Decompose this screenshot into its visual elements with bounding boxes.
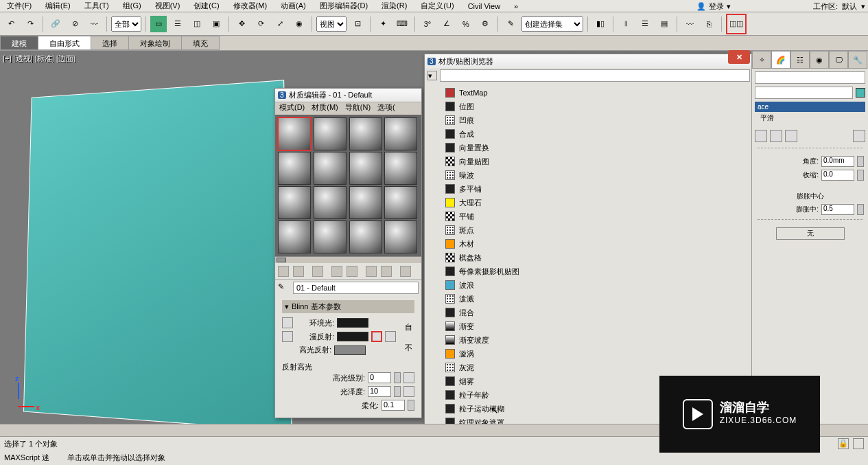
browser-item[interactable]: 灰泥 (443, 361, 750, 374)
diffuse-map-button[interactable] (371, 331, 382, 342)
menu-more-arrow[interactable]: » (507, 2, 525, 10)
scale-button[interactable]: ⤢ (272, 16, 288, 32)
spinner-arrows-icon[interactable] (857, 156, 864, 167)
redo-button[interactable]: ↷ (22, 16, 38, 32)
toggle-ribbon-button[interactable]: ▤ (656, 16, 672, 32)
tab-fill[interactable]: 填充 (181, 36, 220, 50)
rollup-blinn[interactable]: ▾ Blinn 基本参数 (282, 300, 414, 313)
angle-snap-button[interactable]: ∠ (438, 16, 455, 32)
tab-hierarchy-icon[interactable]: ☷ (790, 51, 810, 69)
ambient-swatch[interactable] (337, 318, 368, 328)
me-showend-button[interactable] (381, 266, 392, 277)
placement-button[interactable]: ◉ (291, 16, 307, 32)
material-slot-5[interactable] (278, 152, 311, 185)
material-slot-11[interactable] (349, 186, 382, 219)
rotate-button[interactable]: ⟳ (253, 16, 269, 32)
browser-item[interactable]: 混合 (443, 306, 750, 319)
viewport-plane-object[interactable] (23, 80, 292, 431)
selection-filter[interactable]: 全部 (111, 16, 141, 32)
tab-select[interactable]: 选择 (91, 36, 129, 50)
material-slot-9[interactable] (278, 186, 311, 219)
browser-item[interactable]: 凹痕 (443, 113, 750, 127)
named-selset-edit-button[interactable]: ✎ (502, 16, 519, 32)
me-menu-material[interactable]: 材质(M) (309, 102, 341, 115)
viewport-label[interactable]: [+] [透视] [标准] [边面] (3, 54, 75, 64)
material-slot-2[interactable] (314, 117, 347, 150)
align-button[interactable]: ⫴ (618, 16, 634, 32)
browser-item[interactable]: 泼溅 (443, 292, 750, 306)
menu-custom[interactable]: 自定义(U) (414, 1, 460, 11)
window-crossing-button[interactable]: ▣ (208, 16, 224, 32)
snap-toggle-button[interactable]: 3° (419, 16, 436, 32)
material-slot-13[interactable] (278, 220, 311, 253)
tab-utilities-icon[interactable]: 🔧 (848, 51, 867, 69)
gloss-map-button[interactable] (403, 386, 414, 397)
login-area[interactable]: 👤 登录 ▾ (696, 0, 731, 12)
material-name-field[interactable] (293, 282, 419, 294)
browser-item[interactable]: 位图 (443, 100, 750, 113)
material-slot-6[interactable] (314, 152, 347, 185)
diffuse-map-lock[interactable] (385, 331, 396, 342)
menu-civil[interactable]: Civil View (461, 2, 507, 10)
percent-snap-button[interactable]: % (458, 16, 474, 32)
browser-item[interactable]: 大理石 (443, 196, 750, 209)
workspace-selector[interactable]: 工作区: 默认 ▾ (813, 0, 865, 12)
modifier-stack-item[interactable]: ace (755, 102, 865, 112)
browser-item[interactable]: 噪波 (443, 168, 750, 182)
menu-group[interactable]: 组(G) (116, 1, 148, 11)
me-menu-options[interactable]: 选项( (375, 102, 398, 115)
keyboard-shortcut-button[interactable]: ⌨ (394, 16, 410, 32)
spinner-arrows-icon[interactable] (394, 386, 401, 397)
move-button[interactable]: ✥ (233, 16, 250, 32)
material-slot-8[interactable] (384, 152, 417, 185)
select-region-button[interactable]: ◫ (189, 16, 205, 32)
menu-modifier[interactable]: 修改器(M) (226, 1, 274, 11)
browser-item[interactable]: 每像素摄影机贴图 (443, 264, 750, 278)
me-reset-button[interactable] (331, 266, 342, 277)
speclevel-spinner[interactable]: 0 (368, 372, 391, 383)
browser-item[interactable]: 向量贴图 (443, 155, 750, 168)
browser-item[interactable]: 渐变 (443, 319, 750, 333)
param-shrink-value[interactable]: 0.0 (821, 170, 854, 181)
link-button[interactable]: 🔗 (47, 16, 64, 32)
browser-item[interactable]: 合成 (443, 127, 750, 141)
me-get-material-button[interactable] (278, 266, 289, 277)
menu-anim[interactable]: 动画(A) (274, 1, 313, 11)
layer-button[interactable]: ☰ (637, 16, 653, 32)
configure-button[interactable] (853, 130, 865, 142)
me-put-to-scene-button[interactable] (293, 266, 304, 277)
select-object-button[interactable]: ▭ (150, 16, 167, 32)
show-end-button[interactable] (770, 130, 782, 142)
object-color-swatch[interactable] (856, 88, 865, 98)
ambient-lock-button[interactable] (282, 317, 293, 328)
browser-item[interactable]: 多平铺 (443, 182, 750, 196)
modifier-stack-sub[interactable]: 平滑 (755, 112, 865, 124)
material-slot-7[interactable] (349, 152, 382, 185)
unlink-button[interactable]: ⊘ (67, 16, 83, 32)
diffuse-lock-button[interactable] (282, 331, 293, 342)
spinner-arrows-icon[interactable] (857, 204, 864, 215)
browser-search-field[interactable] (440, 69, 750, 82)
map-none-button[interactable]: 无 (776, 227, 845, 240)
material-slot-16[interactable] (384, 220, 417, 253)
param-center2-value[interactable]: 0.5 (821, 204, 854, 215)
tab-objpaint[interactable]: 对象绘制 (128, 36, 182, 50)
me-assign-button[interactable] (312, 266, 323, 277)
browser-item[interactable]: 棋盘格 (443, 251, 750, 264)
browser-item[interactable]: 木材 (443, 237, 750, 251)
pin-stack-button[interactable] (755, 130, 767, 142)
material-editor-titlebar[interactable]: 3 材质编辑器 - 01 - Default (275, 89, 421, 102)
browser-titlebar[interactable]: 3 材质/贴图浏览器 ✕ (425, 54, 753, 68)
browser-item[interactable]: 渐变坡度 (443, 333, 750, 347)
me-copy-button[interactable] (347, 266, 357, 277)
undo-button[interactable]: ↶ (3, 16, 19, 32)
tab-modify-icon[interactable]: 🌈 (771, 51, 790, 69)
pivot-button[interactable]: ⊡ (349, 16, 366, 32)
material-slot-10[interactable] (314, 186, 347, 219)
select-name-button[interactable]: ☰ (169, 16, 186, 32)
curve-editor-button[interactable]: 〰 (681, 16, 698, 32)
lock-selection-icon[interactable]: 🔒 (838, 438, 849, 449)
browser-item[interactable]: TextMap (443, 86, 750, 100)
diffuse-swatch[interactable] (337, 332, 368, 341)
modifier-list[interactable] (755, 87, 853, 99)
